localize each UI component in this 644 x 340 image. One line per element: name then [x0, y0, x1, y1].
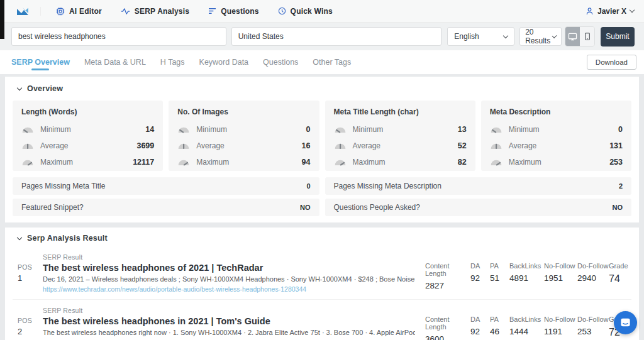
language-value: English — [454, 32, 479, 41]
query-bar: English 20 Results Submit — [0, 23, 644, 50]
serp-result-row: POS 1 SERP Result The best wireless head… — [13, 246, 631, 300]
metric-header: BackLinks — [509, 262, 544, 270]
metric-value: 1191 — [544, 327, 577, 336]
chat-widget-button[interactable] — [614, 311, 637, 334]
tab-other-tags[interactable]: Other Tags — [313, 52, 351, 73]
window-edge-strip — [0, 0, 4, 39]
chevron-down-icon — [17, 234, 22, 239]
tab-keyword-data[interactable]: Keyword Data — [199, 52, 249, 73]
metric-value: 51 — [490, 273, 509, 283]
list-icon — [208, 8, 216, 14]
tab-meta-data-url[interactable]: Meta Data & URL — [84, 52, 146, 73]
pos-number: 1 — [18, 273, 43, 283]
metric-header: Content Length — [425, 262, 470, 277]
result-url-link[interactable]: https://www.techradar.com/news/audio/por… — [43, 285, 415, 293]
stat-cards: Length (Words) Minimum 14 Average 3699 M… — [13, 101, 631, 171]
metric-da: DA 92 — [470, 315, 490, 340]
user-name: Javier X — [597, 7, 626, 16]
metric-grade: Grade 74 — [609, 262, 628, 293]
nav-item-ai-editor[interactable]: AI Editor — [56, 7, 102, 16]
gauge-max-icon — [177, 158, 191, 166]
serp-section-toggle[interactable]: Serp Analysis Result — [13, 234, 631, 243]
metric-value: 92 — [470, 273, 490, 283]
nav-label: Quick Wins — [291, 7, 333, 16]
stat-value: 14 — [145, 125, 154, 134]
download-button[interactable]: Download — [587, 55, 636, 70]
logo-icon — [16, 7, 29, 16]
report-tabs: SERP Overview Meta Data & URL H Tags Key… — [0, 50, 644, 74]
nav-label: Questions — [221, 7, 258, 16]
metric-value: 253 — [577, 327, 609, 336]
device-toggle — [565, 26, 595, 47]
desktop-toggle-button[interactable] — [565, 27, 580, 46]
tab-h-tags[interactable]: H Tags — [160, 52, 185, 73]
serp-analysis-section: Serp Analysis Result POS 1 SERP Result T… — [5, 228, 639, 340]
stat-label: Average — [40, 141, 68, 150]
nav-label: SERP Analysis — [135, 7, 189, 16]
pos-label: POS — [18, 317, 43, 324]
nav-item-serp-analysis[interactable]: SERP Analysis — [121, 7, 189, 16]
stat-card-length-words: Length (Words) Minimum 14 Average 3699 M… — [13, 101, 163, 171]
metric-do-follow: Do-Follow 2940 — [577, 262, 609, 293]
stat-card-title: No. Of Images — [177, 107, 310, 116]
metric-backlinks: BackLinks 4891 — [509, 262, 544, 293]
stat-value: 82 — [458, 158, 467, 167]
metric-value: 3600 — [425, 334, 470, 340]
mobile-toggle-button[interactable] — [580, 27, 594, 46]
tab-serp-overview[interactable]: SERP Overview — [11, 52, 70, 73]
metric-value: 74 — [609, 273, 628, 285]
result-title: The best wireless headphones in 2021 | T… — [43, 316, 415, 326]
keyword-input[interactable] — [11, 27, 226, 46]
gauge-max-icon — [334, 158, 348, 166]
chip-icon — [56, 7, 65, 16]
gauge-min-icon — [177, 126, 191, 133]
position-column: POS 1 — [18, 253, 43, 293]
tab-questions[interactable]: Questions — [263, 52, 298, 73]
summary-pages-missing-meta-title: Pages Missing Meta Title 0 — [13, 177, 319, 195]
result-label: SERP Result — [43, 307, 415, 314]
gauge-max-icon — [490, 158, 504, 166]
stat-label: Average — [509, 141, 536, 150]
summary-value: NO — [613, 204, 623, 211]
phone-icon — [584, 32, 591, 41]
metric-header: PA — [490, 262, 509, 270]
stat-row-average: Average 16 — [177, 138, 310, 154]
metric-pa: PA 51 — [490, 262, 509, 293]
user-menu[interactable]: Javier X — [586, 7, 634, 16]
stat-row-minimum: Minimum 0 — [177, 121, 310, 138]
stat-value: 52 — [458, 141, 467, 150]
metric-header: No-Follow — [544, 262, 577, 270]
stat-value: 0 — [306, 125, 311, 134]
result-metrics: Content Length 2827 DA 92 PA 51 BackLink… — [425, 253, 628, 293]
nav-item-quick-wins[interactable]: Quick Wins — [278, 7, 333, 16]
result-main: SERP Result The best wireless headphones… — [43, 307, 425, 340]
app-logo[interactable] — [16, 7, 41, 16]
summary-value: 0 — [306, 182, 310, 190]
stat-value: 16 — [302, 141, 311, 150]
summary-value: 2 — [619, 182, 623, 190]
metric-value: 1951 — [544, 273, 577, 283]
metric-header: BackLinks — [509, 315, 544, 323]
stat-card-title: Meta Title Length (char) — [334, 107, 467, 116]
summary-label: Pages Missing Meta Title — [21, 182, 105, 190]
stat-value: 131 — [609, 141, 623, 150]
stat-value: 253 — [609, 158, 623, 167]
stat-label: Minimum — [40, 125, 71, 134]
overview-section-toggle[interactable]: Overview — [13, 84, 631, 93]
stat-row-average: Average 131 — [490, 138, 623, 154]
stat-card-title: Meta Description — [490, 107, 623, 116]
clock-icon — [278, 7, 286, 15]
submit-button[interactable]: Submit — [601, 27, 635, 47]
pulse-icon — [121, 8, 130, 15]
results-count-select[interactable]: 20 Results — [519, 27, 562, 46]
metric-header: Do-Follow — [577, 262, 609, 270]
metric-value: 2940 — [577, 273, 609, 283]
language-select[interactable]: English — [447, 27, 514, 46]
stat-value: 94 — [302, 158, 311, 167]
stat-row-maximum: Maximum 94 — [177, 154, 310, 170]
summary-label: Pages Missing Meta Description — [334, 182, 441, 190]
location-input[interactable] — [231, 27, 442, 46]
nav-item-questions[interactable]: Questions — [208, 7, 258, 16]
metric-no-follow: No-Follow 1191 — [544, 315, 577, 340]
stat-row-maximum: Maximum 253 — [490, 154, 623, 170]
